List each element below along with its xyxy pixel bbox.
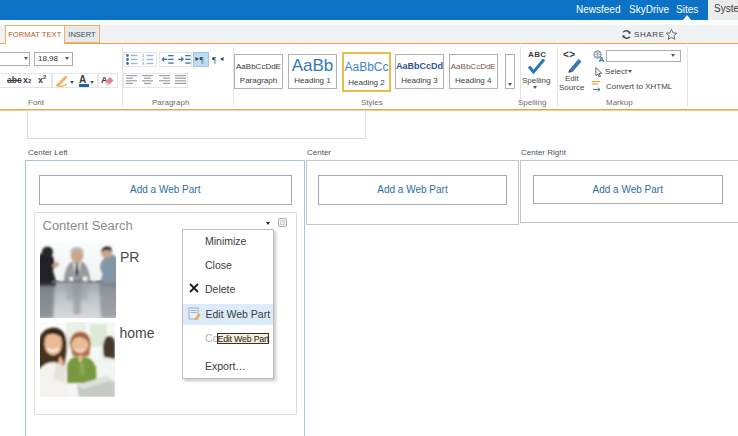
svg-text:¶: ¶	[212, 55, 216, 65]
svg-text:A: A	[599, 54, 605, 62]
svg-text:¶: ¶	[200, 55, 204, 65]
svg-text:3: 3	[142, 61, 145, 65]
